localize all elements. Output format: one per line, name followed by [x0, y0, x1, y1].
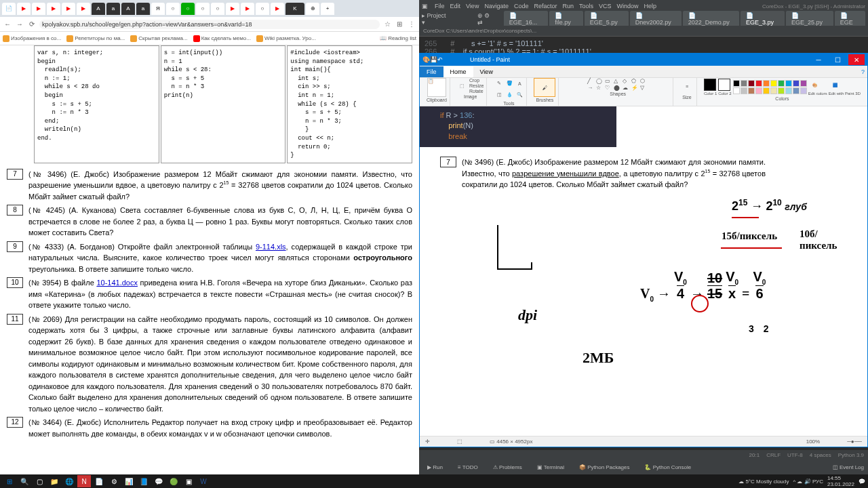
- browser-tab[interactable]: ▶: [47, 3, 60, 15]
- bookmark-item[interactable]: Скрытая реклама...: [130, 35, 187, 42]
- file-tab[interactable]: 📄 Dnev2002.py: [630, 11, 682, 27]
- qat-save-icon[interactable]: 💾: [430, 56, 437, 63]
- menu-item[interactable]: Help: [644, 3, 657, 9]
- start-button[interactable]: ⊞: [3, 475, 16, 487]
- app-icon[interactable]: 💬: [152, 475, 165, 487]
- zoom-tool[interactable]: 🔍: [514, 89, 525, 100]
- eraser-tool[interactable]: ◫: [494, 89, 505, 100]
- app-icon[interactable]: 📘: [137, 475, 151, 487]
- menu-icon[interactable]: ⋮: [407, 20, 416, 29]
- ide-problems-tab[interactable]: ⚠ Problems: [489, 463, 526, 472]
- star-icon[interactable]: ☆: [382, 20, 392, 29]
- brush-tool[interactable]: 🖌: [534, 78, 555, 97]
- ribbon-home-tab[interactable]: Home: [443, 66, 473, 77]
- maximize-button[interactable]: ☐: [829, 54, 846, 65]
- ide-packages-tab[interactable]: 📦 Python Packages: [575, 463, 634, 472]
- paint-canvas[interactable]: if R > 136: print(N) break 7 (№ 3496) (Е…: [420, 106, 867, 436]
- color-swatch[interactable]: [785, 87, 792, 94]
- reload-button[interactable]: ⟳: [27, 20, 37, 29]
- browser-tab[interactable]: a: [136, 3, 150, 15]
- resize-button[interactable]: Resize: [469, 83, 484, 88]
- browser-tab[interactable]: ○: [166, 3, 180, 15]
- minimize-button[interactable]: ─: [810, 54, 827, 65]
- tray-icons[interactable]: ^ ☁ 🔊 РУС: [793, 479, 823, 485]
- menu-item[interactable]: Window: [617, 3, 639, 9]
- ext-icon[interactable]: ⊞: [395, 20, 404, 29]
- color-swatch[interactable]: [778, 80, 785, 87]
- bookmark-item[interactable]: Изображения в со...: [3, 35, 61, 42]
- select-tool[interactable]: ⬚: [457, 81, 468, 92]
- browser-tab[interactable]: ▶: [241, 3, 254, 15]
- ide-project-label[interactable]: ▸ Project ▾: [422, 12, 449, 26]
- app-icon[interactable]: 🟢: [167, 475, 180, 487]
- weather-widget[interactable]: ☁ 5°C Mostly cloudy: [738, 479, 789, 485]
- color-swatch[interactable]: [755, 80, 762, 87]
- zoom-slider[interactable]: ─●──: [847, 439, 862, 445]
- bookmark-item[interactable]: Как сделать мемо...: [193, 35, 251, 42]
- color1-button[interactable]: [704, 79, 716, 91]
- color-swatch[interactable]: [785, 80, 792, 87]
- color-swatch[interactable]: [763, 87, 770, 94]
- file-tab[interactable]: 📄 EGE_5.py: [585, 11, 629, 27]
- word-icon[interactable]: W: [197, 475, 210, 487]
- text-tool[interactable]: A: [514, 78, 525, 89]
- color-swatch[interactable]: [800, 87, 807, 94]
- app-icon[interactable]: ⚙: [107, 475, 121, 487]
- menu-item[interactable]: Run: [562, 3, 574, 9]
- color-swatch[interactable]: [733, 87, 740, 94]
- paint3d-button[interactable]: 🟦: [829, 78, 842, 92]
- browser-tab[interactable]: A: [92, 3, 105, 15]
- file-tab[interactable]: 📄 2022_Demo.py: [683, 11, 739, 27]
- browser-tab[interactable]: ⊕: [306, 3, 319, 15]
- color-swatch[interactable]: [770, 87, 777, 94]
- pencil-tool[interactable]: ✎: [494, 78, 505, 89]
- browser-tab[interactable]: ▶: [32, 3, 45, 15]
- color-swatch[interactable]: [800, 80, 807, 87]
- ribbon-file-tab[interactable]: File: [420, 66, 443, 77]
- crop-button[interactable]: Crop: [469, 78, 484, 83]
- picker-tool[interactable]: 💧: [504, 89, 515, 100]
- bookmark-item[interactable]: Wiki разметка. Уро...: [256, 35, 316, 42]
- qat-undo-icon[interactable]: ↶: [437, 56, 443, 63]
- browser-tab[interactable]: ○: [181, 3, 195, 15]
- color-swatch[interactable]: [778, 87, 785, 94]
- file-tab[interactable]: 📄 EGE_16...: [504, 11, 549, 27]
- app-icon[interactable]: 📊: [122, 475, 136, 487]
- size-button[interactable]: ≡: [680, 78, 694, 94]
- bookmark-item[interactable]: 📖 Reading list: [380, 35, 416, 41]
- color-swatch[interactable]: [741, 87, 747, 94]
- browser-tab[interactable]: 📄: [2, 3, 16, 15]
- notifications-icon[interactable]: 💬: [859, 479, 865, 485]
- ide-run-tab[interactable]: ▶ Run: [423, 463, 447, 472]
- new-tab-button[interactable]: +: [321, 3, 334, 15]
- forward-button[interactable]: →: [15, 20, 24, 29]
- fill-tool[interactable]: 🪣: [504, 78, 515, 89]
- back-button[interactable]: ←: [3, 20, 12, 29]
- menu-item[interactable]: File: [435, 3, 445, 9]
- menu-item[interactable]: View: [466, 3, 479, 9]
- browser-tab[interactable]: ○: [256, 3, 269, 15]
- file-link[interactable]: 10-141.docx: [96, 279, 138, 287]
- menu-item[interactable]: Edit: [450, 3, 461, 9]
- browser-tab[interactable]: ▶: [77, 3, 90, 15]
- browser-tab[interactable]: ○: [211, 3, 224, 15]
- color2-button[interactable]: [718, 79, 730, 91]
- help-icon[interactable]: ?: [861, 68, 865, 75]
- color-swatch[interactable]: [793, 80, 800, 87]
- color-swatch[interactable]: [770, 80, 777, 87]
- menu-item[interactable]: VCS: [599, 3, 612, 9]
- paste-button[interactable]: 📋: [427, 78, 446, 97]
- color-swatch[interactable]: [741, 80, 747, 87]
- taskview-icon[interactable]: ▢: [33, 475, 46, 487]
- browser-tab[interactable]: ○: [196, 3, 210, 15]
- menu-item[interactable]: Tools: [579, 3, 593, 9]
- close-button[interactable]: ✕: [848, 54, 865, 65]
- edit-colors-button[interactable]: 🎨: [808, 78, 822, 92]
- browser-tab[interactable]: a: [106, 3, 120, 15]
- color-swatch[interactable]: [755, 87, 762, 94]
- browser-tab[interactable]: ▶: [62, 3, 75, 15]
- browser-tab[interactable]: A: [121, 3, 135, 15]
- ide-console-tab[interactable]: 🐍 Python Console: [640, 463, 695, 472]
- url-input[interactable]: kpolyakov.spb.ru/school/ege/gen.php?acti…: [39, 20, 380, 29]
- ribbon-view-tab[interactable]: View: [473, 66, 500, 77]
